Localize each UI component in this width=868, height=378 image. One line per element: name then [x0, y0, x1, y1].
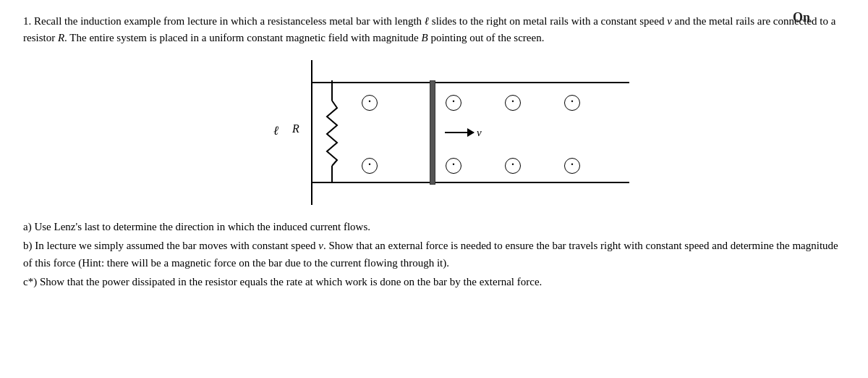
problem-number: 1. — [23, 15, 31, 27]
ell-label: ℓ — [273, 124, 278, 138]
problem-text: 1. Recall the induction example from lec… — [23, 13, 845, 47]
v-label: v — [477, 127, 482, 139]
top-rail — [311, 82, 629, 83]
R-label: R — [292, 122, 299, 135]
dot-circle-0-2 — [505, 95, 521, 111]
dot-circle-0-1 — [446, 95, 461, 111]
v-symbol: v — [667, 15, 672, 27]
velocity-arrow: v — [445, 127, 482, 139]
part-a: a) Use Lenz's last to determine the dire… — [23, 218, 845, 235]
part-c: c*) Show that the power dissipated in th… — [23, 273, 845, 290]
dot-circle-1-2 — [505, 158, 521, 174]
dot-circle-1-0 — [362, 158, 378, 174]
dot-circle-1-3 — [564, 158, 580, 174]
diagram-container: ℓ R v — [23, 60, 845, 205]
ell-symbol: ℓ — [425, 15, 429, 27]
dot-circle-0-0 — [362, 95, 378, 111]
diagram: ℓ R v — [231, 60, 637, 205]
R-symbol: R — [58, 32, 64, 43]
bottom-rail — [311, 182, 629, 183]
B-symbol: B — [421, 32, 427, 43]
dot-circle-1-1 — [446, 158, 461, 174]
sliding-bar — [430, 80, 435, 185]
on-badge: On — [793, 10, 810, 25]
dot-circle-0-3 — [564, 95, 580, 111]
problem-intro: Recall the induction example from lectur… — [23, 15, 835, 43]
arrow-line — [445, 132, 474, 133]
part-b: b) In lecture we simply assumed the bar … — [23, 237, 845, 272]
resistor-symbol — [321, 80, 343, 183]
parts-text: a) Use Lenz's last to determine the dire… — [23, 218, 845, 290]
